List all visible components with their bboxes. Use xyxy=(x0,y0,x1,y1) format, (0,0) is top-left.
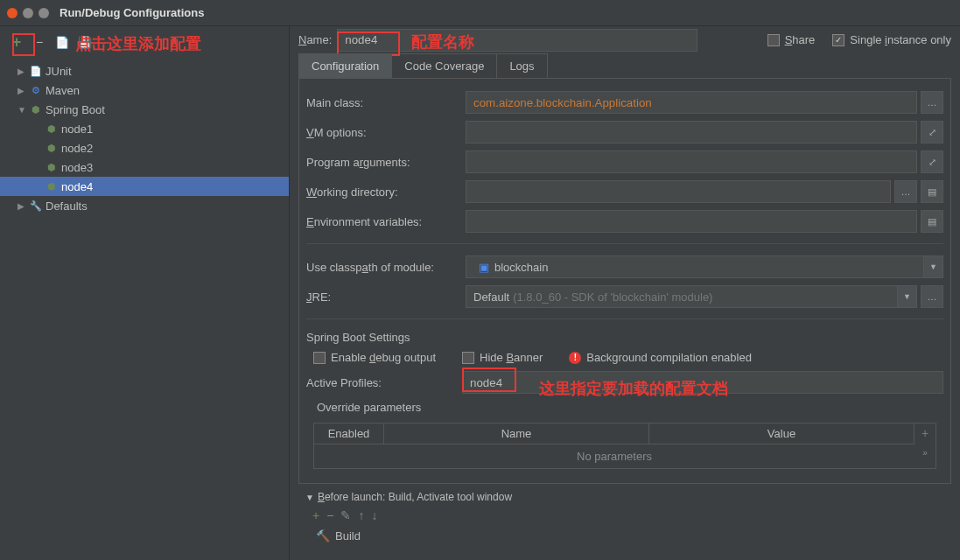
minimize-window-icon[interactable] xyxy=(23,8,33,18)
share-label: Share xyxy=(785,33,816,46)
browse-working-dir-button[interactable]: … xyxy=(894,180,917,203)
enable-debug-label: Enable debug output xyxy=(331,351,436,364)
jre-select[interactable]: Default (1.8.0_60 - SDK of 'blockchain' … xyxy=(466,285,898,308)
classpath-module-select[interactable]: ▣ blockchain xyxy=(466,256,924,278)
col-enabled: Enabled xyxy=(314,424,384,444)
working-dir-more-button[interactable]: ▤ xyxy=(921,180,943,203)
env-vars-input[interactable] xyxy=(466,210,917,233)
add-configuration-button[interactable]: + xyxy=(7,32,26,52)
spring-boot-icon: ⬢ xyxy=(28,104,44,116)
jre-label: JRE: xyxy=(306,290,466,304)
warning-icon: ! xyxy=(569,352,581,364)
dropdown-arrow-icon[interactable]: ▼ xyxy=(898,285,917,308)
checkbox-checked-icon xyxy=(832,34,844,46)
tree-node-node3[interactable]: ⬢ node3 xyxy=(0,158,289,177)
add-task-button[interactable]: + xyxy=(312,508,319,522)
enable-debug-checkbox[interactable]: Enable debug output xyxy=(313,351,436,364)
params-header: Enabled Name Value xyxy=(314,424,914,444)
single-instance-checkbox[interactable]: Single instance only xyxy=(832,33,951,46)
configuration-form: Main class: … VM options: ⤢ Program argu… xyxy=(298,79,951,484)
tree-node-defaults[interactable]: ▶ 🔧 Defaults xyxy=(0,196,289,215)
tree-label: node1 xyxy=(61,122,93,136)
before-launch-toggle[interactable]: ▼ Before launch: Build, Activate tool wi… xyxy=(305,491,944,503)
spring-boot-icon: ⬢ xyxy=(44,143,60,154)
task-row-build[interactable]: 🔨 Build xyxy=(305,528,944,544)
tab-logs[interactable]: Logs xyxy=(496,53,547,78)
hide-banner-checkbox[interactable]: Hide Banner xyxy=(462,351,543,364)
defaults-icon: 🔧 xyxy=(28,200,44,212)
build-label: Build xyxy=(335,529,361,542)
edit-task-button[interactable]: ✎ xyxy=(340,508,351,522)
tree-node-node4[interactable]: ⬢ node4 xyxy=(0,177,289,196)
checkbox-icon xyxy=(462,352,474,364)
col-name: Name xyxy=(384,424,649,444)
expand-arrow-icon[interactable]: ▶ xyxy=(18,66,28,76)
window-controls xyxy=(7,8,49,18)
tree-label: Spring Boot xyxy=(46,103,105,116)
move-up-button[interactable]: ↑ xyxy=(358,508,364,522)
titlebar: Run/Debug Configurations xyxy=(0,0,960,26)
before-launch-toolbar: + − ✎ ↑ ↓ xyxy=(305,503,944,528)
expand-arrow-icon[interactable]: ▶ xyxy=(18,201,28,211)
bg-compilation-indicator: ! Background compilation enabled xyxy=(569,351,752,364)
jre-hint: (1.8.0_60 - SDK of 'blockchain' module) xyxy=(513,290,712,304)
browse-main-class-button[interactable]: … xyxy=(921,91,943,114)
tree-node-node2[interactable]: ⬢ node2 xyxy=(0,138,289,158)
hide-banner-label: Hide Banner xyxy=(480,351,543,364)
working-dir-label: Working directory: xyxy=(306,186,466,199)
name-input[interactable] xyxy=(337,29,697,52)
classpath-label: Use classpath of module: xyxy=(306,261,466,274)
name-row: Name: Share Single instance only xyxy=(298,26,951,53)
tree-label: Defaults xyxy=(46,200,88,213)
spring-boot-icon: ⬢ xyxy=(44,162,60,173)
share-checkbox[interactable]: Share xyxy=(767,33,816,46)
main-class-input[interactable] xyxy=(466,91,917,114)
expand-program-args-button[interactable]: ⤢ xyxy=(921,150,943,173)
move-down-button[interactable]: ↓ xyxy=(371,508,377,522)
spring-boot-icon: ⬢ xyxy=(44,181,60,192)
tab-code-coverage[interactable]: Code Coverage xyxy=(391,53,497,78)
collapse-arrow-icon: ▼ xyxy=(305,493,314,502)
before-launch-title-text: Before launch: Build, Activate tool wind… xyxy=(318,491,512,503)
close-window-icon[interactable] xyxy=(7,8,18,18)
expand-vm-options-button[interactable]: ⤢ xyxy=(921,121,943,144)
browse-jre-button[interactable]: … xyxy=(921,285,943,308)
program-args-label: Program arguments: xyxy=(306,156,466,169)
tree-label: Maven xyxy=(46,84,80,97)
edit-env-vars-button[interactable]: ▤ xyxy=(921,210,943,233)
dropdown-arrow-icon[interactable]: ▼ xyxy=(924,256,943,278)
tree-node-node1[interactable]: ⬢ node1 xyxy=(0,119,289,138)
collapse-arrow-icon[interactable]: ▼ xyxy=(18,105,28,115)
save-configuration-button[interactable]: 💾 xyxy=(75,32,95,52)
configuration-tree[interactable]: ▶ 📄 JUnit ▶ ⚙ Maven ▼ ⬢ Spring Boot ⬢ no… xyxy=(0,58,289,560)
working-dir-input[interactable] xyxy=(466,180,891,203)
before-launch-section: ▼ Before launch: Build, Activate tool wi… xyxy=(298,484,951,551)
checkbox-icon xyxy=(767,34,780,46)
maximize-window-icon[interactable] xyxy=(39,8,49,18)
remove-configuration-button[interactable]: − xyxy=(30,32,49,52)
bg-compilation-label: Background compilation enabled xyxy=(586,351,752,364)
tree-node-junit[interactable]: ▶ 📄 JUnit xyxy=(0,61,289,80)
vm-options-input[interactable] xyxy=(466,121,917,144)
maven-icon: ⚙ xyxy=(28,85,44,96)
tree-node-maven[interactable]: ▶ ⚙ Maven xyxy=(0,80,289,100)
tree-node-spring-boot[interactable]: ▼ ⬢ Spring Boot xyxy=(0,100,289,119)
tree-label: JUnit xyxy=(46,65,72,78)
params-empty-text: No parameters xyxy=(314,444,914,468)
expand-params-button[interactable]: » xyxy=(914,443,935,462)
program-args-input[interactable] xyxy=(466,150,917,173)
active-profiles-input[interactable] xyxy=(462,371,943,394)
tree-label: node2 xyxy=(61,142,93,155)
single-instance-label: Single instance only xyxy=(850,33,951,46)
sidebar: + − 📄 💾 ▶ 📄 JUnit ▶ ⚙ Maven ▼ ⬢ Spring B… xyxy=(0,26,290,560)
expand-arrow-icon[interactable]: ▶ xyxy=(18,86,28,95)
col-value: Value xyxy=(649,424,914,444)
classpath-module-value: blockchain xyxy=(494,261,548,274)
override-params-table: Enabled Name Value No parameters + » xyxy=(313,423,936,469)
window-title: Run/Debug Configurations xyxy=(60,6,204,19)
spring-settings-title: Spring Boot Settings xyxy=(299,327,950,347)
remove-task-button[interactable]: − xyxy=(326,508,333,522)
add-param-button[interactable]: + xyxy=(914,424,935,443)
tab-configuration[interactable]: Configuration xyxy=(298,53,392,79)
copy-configuration-button[interactable]: 📄 xyxy=(53,32,72,52)
